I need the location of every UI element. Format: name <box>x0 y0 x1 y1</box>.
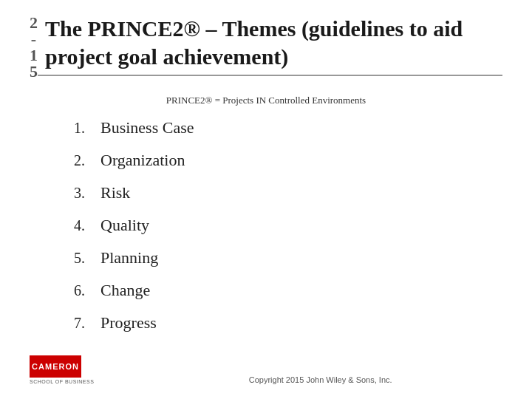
item-text-6: Change <box>100 281 150 300</box>
logo-box: CAMERON <box>30 355 81 378</box>
item-text-1: Business Case <box>100 118 194 137</box>
slide-number: 2 - 1 5 <box>30 15 38 80</box>
item-number-2: 2. <box>74 152 100 169</box>
item-number-4: 4. <box>74 217 100 234</box>
item-number-1: 1. <box>74 120 100 137</box>
list-item: 1.Business Case <box>74 118 502 137</box>
subtitle: PRINCE2® = Projects IN Controlled Enviro… <box>30 95 502 106</box>
header-section: 2 - 1 5 The PRINCE2® – Themes (guideline… <box>30 15 502 80</box>
slide-num-5: 5 <box>30 64 38 80</box>
list-item: 6.Change <box>74 281 502 300</box>
list-item: 7.Progress <box>74 313 502 332</box>
list-item: 3.Risk <box>74 183 502 202</box>
list-item: 5.Planning <box>74 248 502 267</box>
slide-num-top: 2 <box>30 15 38 31</box>
slide-num-bottom: 1 <box>30 47 38 64</box>
logo-subtitle: School of Business <box>30 379 94 384</box>
copyright-text: Copyright 2015 John Wiley & Sons, Inc. <box>138 375 502 384</box>
logo-area: CAMERON School of Business <box>30 355 94 384</box>
item-text-7: Progress <box>100 313 157 332</box>
item-number-5: 5. <box>74 250 100 267</box>
item-text-4: Quality <box>100 216 149 235</box>
list-item: 4.Quality <box>74 216 502 235</box>
title-block: The PRINCE2® – Themes (guidelines to aid… <box>38 15 502 76</box>
slide-num-dash: - <box>31 31 36 47</box>
item-text-3: Risk <box>100 183 130 202</box>
slide-container: 2 - 1 5 The PRINCE2® – Themes (guideline… <box>0 0 532 399</box>
page-title: The PRINCE2® – Themes (guidelines to aid… <box>45 15 502 70</box>
footer: CAMERON School of Business Copyright 201… <box>30 349 502 384</box>
item-number-6: 6. <box>74 282 100 299</box>
list-item: 2.Organization <box>74 151 502 170</box>
item-number-3: 3. <box>74 185 100 202</box>
content-list: 1.Business Case2.Organization3.Risk4.Qua… <box>30 118 502 349</box>
item-text-5: Planning <box>100 248 158 267</box>
logo-text: CAMERON <box>32 362 79 371</box>
item-text-2: Organization <box>100 151 185 170</box>
item-number-7: 7. <box>74 315 100 332</box>
